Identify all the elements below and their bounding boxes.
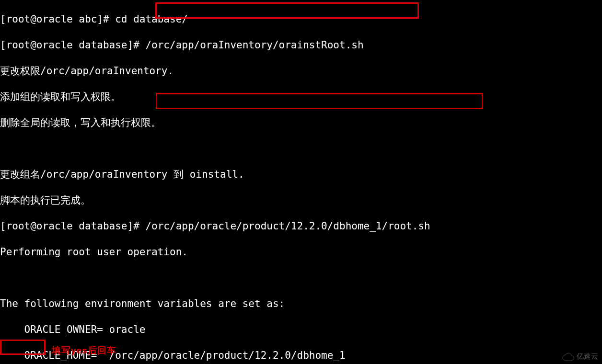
terminal-line: 更改组名/orc/app/oraInventory 到 oinstall. [0, 168, 602, 181]
watermark: 亿速云 [562, 352, 598, 361]
terminal-line: [root@oracle database]# /orc/app/oraInve… [0, 39, 602, 52]
terminal-line [0, 142, 602, 155]
terminal-line: The following environment variables are … [0, 297, 602, 310]
terminal-line: 更改权限/orc/app/oraInventory. [0, 65, 602, 78]
terminal-line: 添加组的读取和写入权限。 [0, 91, 602, 103]
terminal-output[interactable]: [root@oracle abc]# cd database/ [root@or… [0, 0, 602, 364]
command-highlighted: /orc/app/oraInventory/orainstRoot.sh [145, 39, 363, 51]
terminal-line: 删除全局的读取，写入和执行权限。 [0, 116, 602, 129]
prompt: [root@oracle database]# [0, 39, 145, 51]
terminal-line: [root@oracle abc]# cd database/ [0, 13, 602, 26]
cloud-icon [562, 353, 575, 361]
terminal-line: ORACLE_OWNER= oracle [0, 323, 602, 336]
terminal-line: [root@oracle database]# /orc/app/oracle/… [0, 220, 602, 233]
command-highlighted: /orc/app/oracle/product/12.2.0/dbhome_1/… [145, 220, 430, 232]
terminal-line [0, 272, 602, 284]
terminal-line: 脚本的执行已完成。 [0, 194, 602, 207]
annotation-text: 填写yes后回车 [52, 344, 116, 357]
terminal-line: Performing root user operation. [0, 246, 602, 259]
prompt: [root@oracle database]# [0, 220, 145, 232]
watermark-text: 亿速云 [577, 352, 598, 361]
